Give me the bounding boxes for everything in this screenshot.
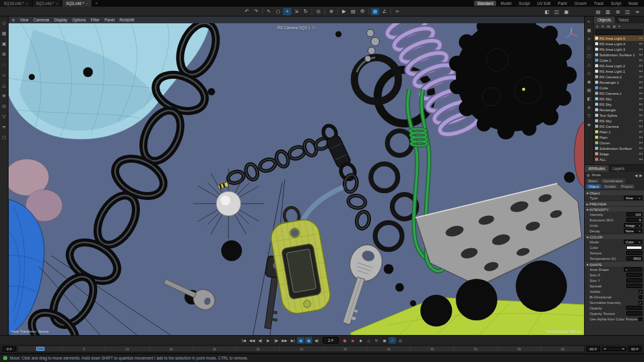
layout-tab-standard[interactable]: Standard <box>474 1 496 6</box>
dock-select-icon[interactable]: ↖ <box>585 18 593 25</box>
toolbar-separator[interactable] <box>337 9 338 15</box>
key-scale-toggle[interactable]: ◇ <box>365 337 372 344</box>
visibility-dots[interactable] <box>639 98 643 100</box>
rotate-tool-icon[interactable]: ↻ <box>301 8 310 15</box>
dock-menu-icon[interactable]: ≡ <box>585 104 593 111</box>
visibility-dots[interactable] <box>639 54 643 56</box>
last-tool-icon[interactable]: ◎ <box>314 8 323 15</box>
layout-tab-node[interactable]: Node <box>625 1 641 6</box>
points-mode-icon[interactable]: ∴ <box>1 61 8 68</box>
vp-menu-cameras[interactable]: Cameras <box>33 18 49 22</box>
viewport-canvas[interactable]: RS Camera SQ3 1 ▷ View Transform: Scene … <box>9 23 584 335</box>
dock-grid-icon[interactable]: ▦ <box>585 27 593 34</box>
dock-light-icon[interactable]: ◉ <box>585 78 593 85</box>
close-tab-icon[interactable]: × <box>56 2 58 6</box>
new-document-button[interactable]: + <box>92 0 101 7</box>
object-row[interactable]: RS Camera.2 <box>594 74 644 79</box>
dock-cone-icon[interactable]: △ <box>585 61 593 68</box>
visibility-dots[interactable] <box>639 92 643 94</box>
render-view-icon[interactable]: ▶ <box>340 8 348 15</box>
object-row[interactable]: Subdivision Surface 1 <box>594 52 644 57</box>
attr-check[interactable]: ✓ <box>639 301 642 305</box>
document-tab[interactable]: SQ2.c4d * × <box>32 0 62 7</box>
attr-field[interactable] <box>626 278 642 283</box>
dock-add-icon[interactable]: + <box>585 35 593 42</box>
live-selection-icon[interactable]: ↖ <box>265 8 273 15</box>
visibility-dots[interactable] <box>639 114 643 116</box>
object-row[interactable]: Stage <box>594 151 644 157</box>
history-back-icon[interactable]: ◀ <box>635 173 638 177</box>
object-row[interactable]: RS Camera <box>594 124 644 129</box>
toolbar-separator[interactable] <box>324 9 325 15</box>
attr-tab-coordinates[interactable]: Coordinates <box>601 179 625 183</box>
visibility-dots[interactable] <box>639 81 643 83</box>
visibility-dots[interactable] <box>639 65 643 67</box>
close-tab-icon[interactable]: × <box>86 2 89 6</box>
visibility-dots[interactable] <box>639 131 643 133</box>
objects-menu-icon[interactable]: ≡ <box>596 24 599 28</box>
object-row[interactable]: RS Area Light.4 <box>594 41 644 46</box>
mode-icon[interactable]: ⚙ <box>587 173 590 177</box>
polygons-mode-icon[interactable]: △ <box>1 81 8 89</box>
make-editable-icon[interactable]: ◇ <box>1 19 8 26</box>
layout-dual-panel-icon[interactable]: ◫ <box>552 8 561 15</box>
viewport-menu-icon[interactable]: ≡ <box>12 18 15 23</box>
object-row[interactable]: Plain <box>594 135 644 140</box>
dock-sphere-icon[interactable]: ○ <box>585 44 593 51</box>
material-panel-icon[interactable]: ▥ <box>604 8 612 15</box>
menu-icon[interactable]: ≡ <box>633 8 642 15</box>
attr-dropdown[interactable]: Area▾ <box>624 196 642 200</box>
document-tab[interactable]: SQ18.c4d * × <box>0 0 32 7</box>
attr-field[interactable] <box>626 273 642 277</box>
goto-start-button[interactable]: |◀ <box>240 337 247 344</box>
visibility-dots[interactable] <box>639 43 643 45</box>
key-position-toggle[interactable]: ◆ <box>357 337 364 344</box>
attr-field[interactable] <box>626 306 642 310</box>
object-row[interactable]: RS Area Light.2 <box>594 63 644 68</box>
attr-tab-project[interactable]: Project <box>619 184 635 189</box>
start-frame-field[interactable]: 0 F <box>2 346 16 352</box>
dock-spline-icon[interactable]: ◇ <box>585 70 593 76</box>
range-handle-left[interactable] <box>604 348 606 350</box>
object-row[interactable]: Rectangle.1 <box>594 79 644 85</box>
current-frame-marker[interactable] <box>36 347 45 351</box>
redo-icon[interactable]: ↷ <box>252 8 260 15</box>
texture-mode-icon[interactable]: ▣ <box>1 40 8 47</box>
current-frame-field[interactable]: 2 F <box>323 337 338 344</box>
layout-tab-model[interactable]: Model <box>497 1 514 6</box>
model-mode-icon[interactable]: ▦ <box>1 29 8 37</box>
split-view-icon[interactable]: ◫ <box>623 8 632 15</box>
attr-check[interactable]: ✓ <box>639 290 642 294</box>
mode-label[interactable]: Mode <box>591 173 601 177</box>
dock-render-icon[interactable]: ◈ <box>585 121 593 128</box>
play-forward-button[interactable]: ▶ <box>265 337 272 344</box>
object-row[interactable]: Subdivision Surface <box>594 146 644 151</box>
coordinate-system-icon[interactable]: ⊕ <box>327 8 335 15</box>
dock-cube-icon[interactable]: □ <box>585 53 593 59</box>
attr-tab-details[interactable]: Details <box>602 184 618 189</box>
key-parameter-toggle[interactable]: ▣ <box>381 337 388 344</box>
attr-dropdown[interactable]: Color▾ <box>624 240 642 244</box>
object-row[interactable]: Cube.1 <box>594 57 644 63</box>
attr-dropdown[interactable]: Image▾ <box>624 223 642 227</box>
vp-menu-options[interactable]: Options <box>72 18 86 22</box>
solo-animation-toggle[interactable]: ◎ <box>397 337 404 344</box>
tab-attributes[interactable]: Attributes <box>585 165 609 172</box>
attr-swatch[interactable] <box>626 246 642 249</box>
render-settings-icon[interactable]: ⚙ <box>358 8 367 15</box>
attr-field[interactable] <box>626 251 642 255</box>
attr-dropdown[interactable]: ▾ <box>624 267 642 272</box>
quantize-icon[interactable]: ≡ <box>1 123 8 130</box>
layout-tab-groom[interactable]: Groom <box>571 1 590 6</box>
autokey-toggle[interactable]: ◉ <box>349 337 356 344</box>
attr-field[interactable] <box>626 284 642 288</box>
tab-layers[interactable]: Layers <box>609 165 628 172</box>
history-forward-icon[interactable]: ▶ <box>639 173 642 177</box>
goto-prev-key-button[interactable]: ◀◀ <box>248 337 256 344</box>
range-handle-right[interactable] <box>622 348 624 350</box>
attr-field[interactable]: 100 <box>626 212 642 216</box>
attr-group-color[interactable]: ▾ COLOR <box>585 234 644 239</box>
visibility-dots[interactable] <box>639 59 643 61</box>
viewport[interactable]: ≡ View Cameras Display Options Filter Pa… <box>9 17 584 335</box>
attr-tab-object[interactable]: Object <box>586 184 601 189</box>
